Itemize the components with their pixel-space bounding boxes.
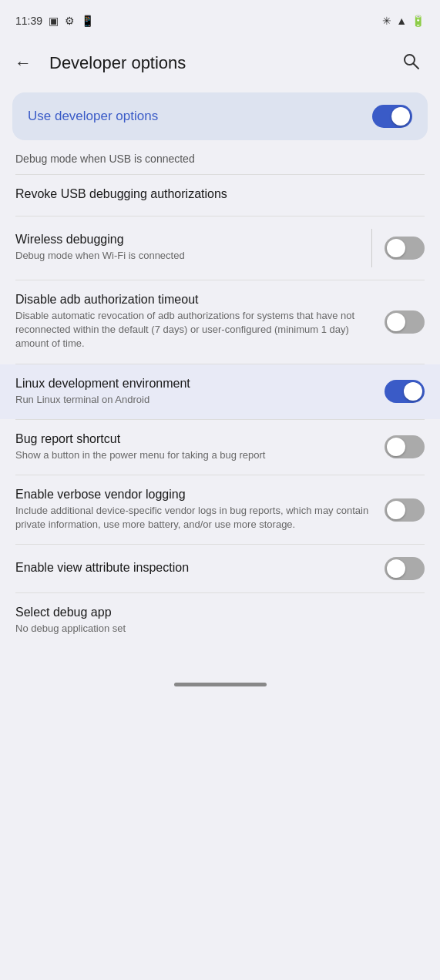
view-attribute-text: Enable view attribute inspection [15,561,372,577]
linux-dev-title: Linux development environment [15,377,372,391]
wireless-debugging-toggle[interactable] [385,237,425,260]
select-debug-app-subtitle: No debug application set [15,622,425,636]
search-button[interactable] [394,46,428,80]
revoke-usb-text: Revoke USB debugging authorizations [15,187,425,203]
verbose-logging-title: Enable verbose vendor logging [15,488,372,502]
phone-icon: 📱 [81,15,94,27]
view-attribute-item[interactable]: Enable view attribute inspection [0,545,440,592]
verbose-logging-item[interactable]: Enable verbose vendor logging Include ad… [0,475,440,544]
toggle-thumb [387,501,405,519]
select-debug-app-text: Select debug app No debug application se… [15,606,425,636]
use-developer-options-toggle[interactable] [372,105,412,128]
app-bar: ← Developer options [0,40,440,89]
use-developer-options-item[interactable]: Use developer options [12,92,428,140]
back-button[interactable]: ← [6,46,40,80]
bug-report-title: Bug report shortcut [15,432,372,446]
time-display: 11:39 [15,15,42,27]
bug-report-toggle[interactable] [385,435,425,458]
disable-adb-subtitle: Disable automatic revocation of adb auth… [15,309,372,351]
wireless-debugging-subtitle: Debug mode when Wi-Fi is connected [15,249,359,263]
toggle-thumb [387,313,405,331]
settings-status-icon: ⚙ [65,15,75,27]
disable-adb-text: Disable adb authorization timeout Disabl… [15,293,372,351]
linux-dev-toggle[interactable] [385,380,425,403]
disable-adb-toggle[interactable] [385,310,425,334]
wireless-debugging-item[interactable]: Wireless debugging Debug mode when Wi-Fi… [0,216,440,280]
disable-adb-title: Disable adb authorization timeout [15,293,372,307]
view-attribute-title: Enable view attribute inspection [15,561,372,575]
verbose-logging-subtitle: Include additional device-specific vendo… [15,504,372,532]
status-bar: 11:39 ▣ ⚙ 📱 ✳ ▲ 🔋 [0,0,440,40]
wireless-debugging-text: Wireless debugging Debug mode when Wi-Fi… [15,233,359,263]
use-developer-options-label: Use developer options [28,109,158,124]
revoke-usb-title: Revoke USB debugging authorizations [15,187,425,201]
svg-line-1 [414,64,419,69]
status-bar-right: ✳ ▲ 🔋 [382,15,425,27]
linux-dev-subtitle: Run Linux terminal on Android [15,393,372,407]
brightness-icon: ✳ [382,15,391,27]
verbose-logging-text: Enable verbose vendor logging Include ad… [15,488,372,532]
toggle-thumb [391,107,410,126]
home-indicator[interactable] [0,670,440,699]
usb-debug-partial-item: Debug mode when USB is connected [0,146,440,174]
select-debug-app-title: Select debug app [15,606,425,619]
home-bar [174,683,267,686]
disable-adb-item[interactable]: Disable adb authorization timeout Disabl… [0,280,440,364]
linux-dev-item[interactable]: Linux development environment Run Linux … [0,364,440,419]
toggle-thumb [387,239,405,257]
page-title: Developer options [49,53,385,73]
tablet-icon: ▣ [49,15,59,27]
view-attribute-toggle[interactable] [385,557,425,580]
wireless-vertical-divider [371,229,372,267]
select-debug-app-item[interactable]: Select debug app No debug application se… [0,593,440,648]
revoke-usb-item[interactable]: Revoke USB debugging authorizations [0,175,440,216]
bug-report-item[interactable]: Bug report shortcut Show a button in the… [0,420,440,475]
search-icon [401,52,420,75]
toggle-thumb [404,382,422,401]
back-arrow-icon: ← [15,53,32,73]
bug-report-text: Bug report shortcut Show a button in the… [15,432,372,462]
wifi-icon: ▲ [396,15,407,27]
usb-debug-partial-text: Debug mode when USB is connected [15,153,195,165]
battery-icon: 🔋 [411,15,425,27]
wireless-debugging-title: Wireless debugging [15,233,359,247]
settings-content: Use developer options Debug mode when US… [0,92,440,664]
linux-dev-text: Linux development environment Run Linux … [15,377,372,407]
verbose-logging-toggle[interactable] [385,498,425,522]
status-bar-left: 11:39 ▣ ⚙ 📱 [15,15,94,27]
bug-report-subtitle: Show a button in the power menu for taki… [15,448,372,462]
